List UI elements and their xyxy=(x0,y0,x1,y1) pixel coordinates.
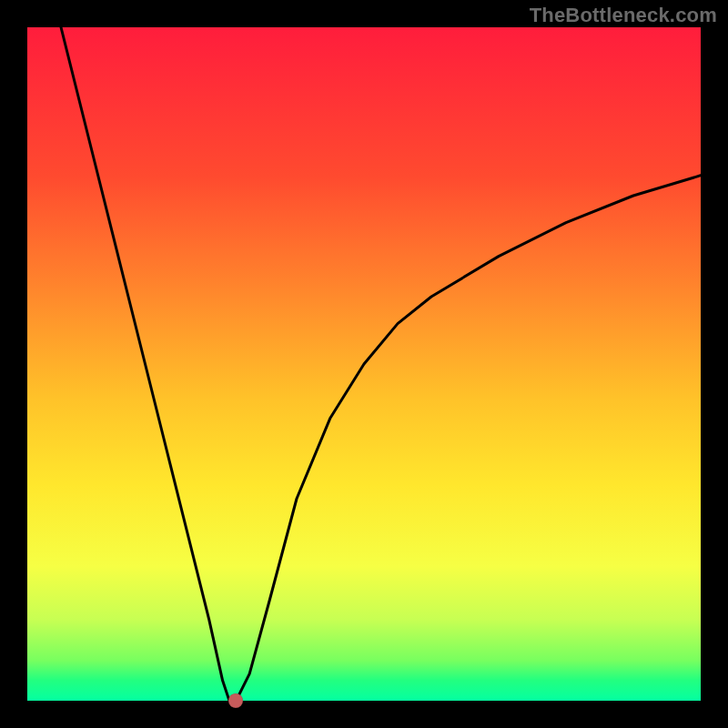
watermark: TheBottleneck.com xyxy=(530,4,717,27)
plot-area xyxy=(27,27,701,701)
optimal-point-marker xyxy=(228,693,243,708)
chart-container: TheBottleneck.com xyxy=(0,0,728,728)
bottleneck-curve xyxy=(61,27,701,701)
curve-layer xyxy=(27,27,701,701)
